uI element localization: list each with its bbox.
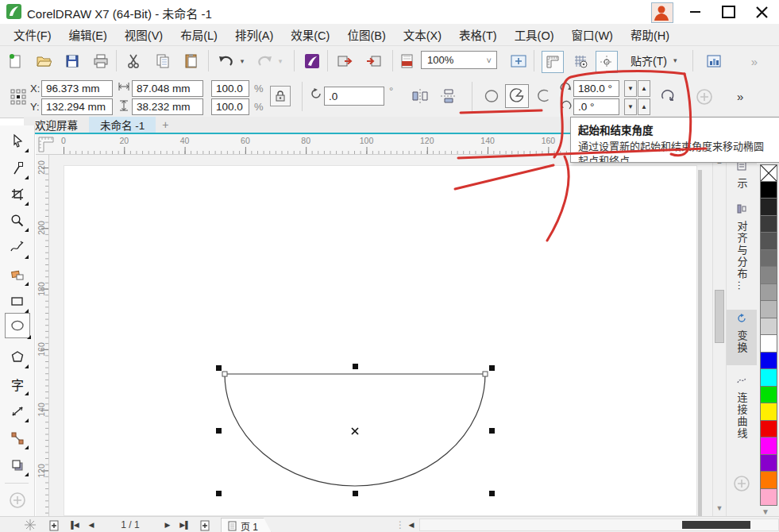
add-property-button[interactable] [694, 87, 715, 107]
docker-tab-3[interactable]: 变换 [727, 310, 757, 365]
redo-dropdown[interactable]: ▾ [275, 51, 286, 71]
color-swatch[interactable] [760, 267, 777, 284]
maximize-button[interactable] [712, 0, 744, 24]
color-swatch[interactable] [760, 199, 777, 216]
cut-button[interactable] [124, 51, 145, 71]
undo-dropdown[interactable]: ▾ [237, 51, 248, 71]
color-swatch[interactable] [760, 421, 777, 438]
open-button[interactable] [33, 51, 54, 71]
new-tab-button[interactable]: + [156, 117, 175, 133]
snap-to-dropdown[interactable]: 贴齐(T) ▾ [626, 51, 681, 70]
redo-button[interactable] [253, 51, 276, 71]
scroll-left-button[interactable]: ◀ [405, 518, 418, 532]
polygon-tool[interactable] [8, 348, 27, 367]
lock-ratio-button[interactable] [270, 86, 291, 106]
vertical-scroll-thumb[interactable] [715, 290, 724, 343]
object-width-input[interactable]: 87.048 mm [132, 80, 203, 97]
vertical-scrollbar[interactable]: ▲ ▼ [712, 155, 726, 516]
menu-item-6[interactable]: 效果(C) [282, 24, 338, 45]
last-page-button[interactable]: ▶▌ [178, 518, 192, 532]
menu-item-8[interactable]: 文本(X) [395, 24, 450, 45]
arc-mode-button[interactable] [534, 86, 554, 106]
undo-button[interactable] [214, 51, 238, 71]
app-launcher-button[interactable] [302, 51, 322, 71]
minimize-button[interactable] [679, 0, 711, 24]
rectangle-tool[interactable] [8, 292, 27, 311]
change-direction-button[interactable] [658, 86, 678, 106]
shape-node[interactable] [222, 372, 227, 376]
ellipse-mode-button[interactable] [481, 86, 502, 106]
mirror-vertical-button[interactable] [438, 86, 459, 106]
horizontal-scroll-thumb[interactable] [682, 521, 750, 529]
color-swatch[interactable] [760, 403, 777, 421]
menu-item-7[interactable]: 位图(B) [338, 24, 394, 45]
shape-node[interactable] [483, 372, 488, 376]
publish-pdf-button[interactable] [397, 51, 418, 71]
text-tool[interactable]: 字 [8, 375, 27, 394]
pie-shape[interactable] [225, 374, 485, 486]
save-button[interactable] [62, 51, 83, 71]
show-guidelines-button[interactable] [596, 51, 618, 73]
scale-h-input[interactable]: 100.0 [211, 80, 249, 97]
export-button[interactable] [364, 51, 384, 71]
crop-tool[interactable] [8, 185, 27, 204]
connector-tool[interactable] [8, 429, 27, 448]
y-position-input[interactable]: 132.294 mm [41, 98, 113, 115]
menu-item-11[interactable]: 窗口(W) [563, 24, 622, 45]
palette-expand-icon[interactable]: ▼ [762, 507, 769, 516]
first-page-button[interactable]: ▐◀ [67, 518, 81, 532]
color-swatch[interactable] [760, 472, 777, 489]
color-swatch[interactable] [760, 318, 777, 336]
start-angle-input[interactable]: 180.0 ° [573, 80, 619, 97]
menu-item-10[interactable]: 工具(O) [506, 24, 563, 45]
shape-tool[interactable] [8, 159, 27, 178]
color-swatch[interactable] [760, 233, 777, 250]
scale-v-input[interactable]: 100.0 [211, 98, 249, 115]
mirror-horizontal-button[interactable] [410, 86, 430, 106]
ellipse-tool[interactable] [5, 313, 30, 338]
start-angle-spin-down[interactable]: ▼ [624, 80, 637, 97]
drawing-canvas[interactable] [49, 155, 712, 516]
menu-item-9[interactable]: 表格(T) [450, 24, 506, 45]
object-height-input[interactable]: 38.232 mm [132, 98, 203, 115]
add-tool-button[interactable] [8, 491, 27, 510]
docker-tab-4[interactable]: 连接曲线 [727, 372, 757, 457]
import-button[interactable] [335, 51, 356, 71]
add-page-after-button[interactable] [197, 518, 213, 532]
horizontal-scrollbar[interactable] [419, 519, 779, 531]
add-page-before-button[interactable] [46, 518, 62, 532]
pick-tool[interactable] [8, 132, 27, 151]
color-swatch[interactable] [760, 284, 777, 302]
show-rulers-button[interactable] [542, 51, 564, 73]
color-swatch[interactable] [760, 489, 777, 507]
show-grid-button[interactable] [570, 51, 591, 71]
docker-tab-2[interactable]: 对齐与分布… [727, 200, 757, 303]
paste-button[interactable] [181, 51, 202, 71]
fit-page-button[interactable] [508, 51, 529, 71]
color-swatch[interactable] [760, 369, 777, 387]
zoom-tool[interactable] [8, 211, 27, 230]
next-page-button[interactable]: ▶ [160, 518, 175, 532]
document-tab-2[interactable]: 未命名 -1 [89, 117, 156, 133]
color-swatch[interactable] [760, 301, 777, 318]
previous-page-button[interactable]: ◀ [84, 518, 98, 532]
propbar-overflow-button[interactable]: » [737, 90, 742, 103]
new-document-button[interactable] [5, 51, 25, 71]
color-swatch-none[interactable] [760, 164, 777, 182]
end-angle-spin-down[interactable]: ▼ [624, 98, 637, 115]
options-button[interactable] [704, 51, 724, 71]
toolbar-overflow-button[interactable]: » [743, 51, 764, 71]
ruler-origin-icon[interactable] [36, 134, 60, 155]
drop-shadow-tool[interactable] [8, 456, 27, 475]
pie-mode-button[interactable] [505, 84, 529, 108]
zoom-level-combobox[interactable]: 100% ˅ [421, 51, 497, 69]
color-swatch[interactable] [760, 216, 777, 233]
color-swatch[interactable] [760, 455, 777, 472]
account-icon[interactable] [651, 2, 673, 23]
print-button[interactable] [91, 51, 111, 71]
page-tab[interactable]: 页 1 [221, 518, 272, 532]
menu-item-1[interactable]: 文件(F) [5, 24, 60, 45]
scroll-down-icon[interactable]: ▼ [713, 504, 726, 512]
end-angle-spin-up[interactable]: ▲ [638, 98, 650, 115]
color-swatch[interactable] [760, 438, 777, 455]
